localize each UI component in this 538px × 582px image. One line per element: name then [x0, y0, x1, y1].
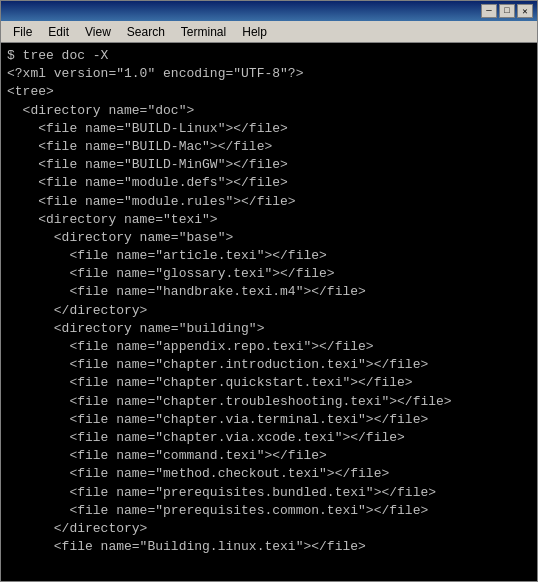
terminal-line: <tree> — [7, 83, 531, 101]
terminal-line: <file name="prerequisites.bundled.texi">… — [7, 484, 531, 502]
terminal-line: <file name="module.rules"></file> — [7, 193, 531, 211]
terminal-line: <?xml version="1.0" encoding="UTF-8"?> — [7, 65, 531, 83]
terminal-line: </directory> — [7, 520, 531, 538]
terminal-line: <file name="appendix.repo.texi"></file> — [7, 338, 531, 356]
main-window: ─ □ ✕ File Edit View Search Terminal Hel… — [0, 0, 538, 582]
terminal-line: <file name="BUILD-MinGW"></file> — [7, 156, 531, 174]
terminal-line: <file name="article.texi"></file> — [7, 247, 531, 265]
menu-bar: File Edit View Search Terminal Help — [1, 21, 537, 43]
terminal-line: <file name="glossary.texi"></file> — [7, 265, 531, 283]
minimize-button[interactable]: ─ — [481, 4, 497, 18]
terminal-line: <file name="chapter.quickstart.texi"></f… — [7, 374, 531, 392]
terminal-line: <file name="Building.linux.texi"></file> — [7, 538, 531, 556]
terminal-line: <file name="module.defs"></file> — [7, 174, 531, 192]
menu-terminal[interactable]: Terminal — [173, 23, 234, 41]
terminal-line: <directory name="texi"> — [7, 211, 531, 229]
terminal-line: <file name="prerequisites.common.texi"><… — [7, 502, 531, 520]
title-bar: ─ □ ✕ — [1, 1, 537, 21]
menu-search[interactable]: Search — [119, 23, 173, 41]
terminal-line: <file name="command.texi"></file> — [7, 447, 531, 465]
terminal-line: <file name="chapter.via.terminal.texi"><… — [7, 411, 531, 429]
terminal-output[interactable]: $ tree doc -X <?xml version="1.0" encodi… — [1, 43, 537, 581]
terminal-line: <directory name="base"> — [7, 229, 531, 247]
terminal-line: <file name="chapter.troubleshooting.texi… — [7, 393, 531, 411]
terminal-line: <file name="BUILD-Linux"></file> — [7, 120, 531, 138]
maximize-button[interactable]: □ — [499, 4, 515, 18]
menu-file[interactable]: File — [5, 23, 40, 41]
close-button[interactable]: ✕ — [517, 4, 533, 18]
terminal-line: <file name="chapter.introduction.texi"><… — [7, 356, 531, 374]
terminal-line: <file name="BUILD-Mac"></file> — [7, 138, 531, 156]
terminal-line: <file name="handbrake.texi.m4"></file> — [7, 283, 531, 301]
terminal-line: <file name="chapter.via.xcode.texi"></fi… — [7, 429, 531, 447]
terminal-line: <directory name="building"> — [7, 320, 531, 338]
menu-view[interactable]: View — [77, 23, 119, 41]
menu-edit[interactable]: Edit — [40, 23, 77, 41]
terminal-line: <directory name="doc"> — [7, 102, 531, 120]
menu-help[interactable]: Help — [234, 23, 275, 41]
terminal-line: $ tree doc -X — [7, 47, 531, 65]
terminal-line: <file name="method.checkout.texi"></file… — [7, 465, 531, 483]
terminal-line: </directory> — [7, 302, 531, 320]
